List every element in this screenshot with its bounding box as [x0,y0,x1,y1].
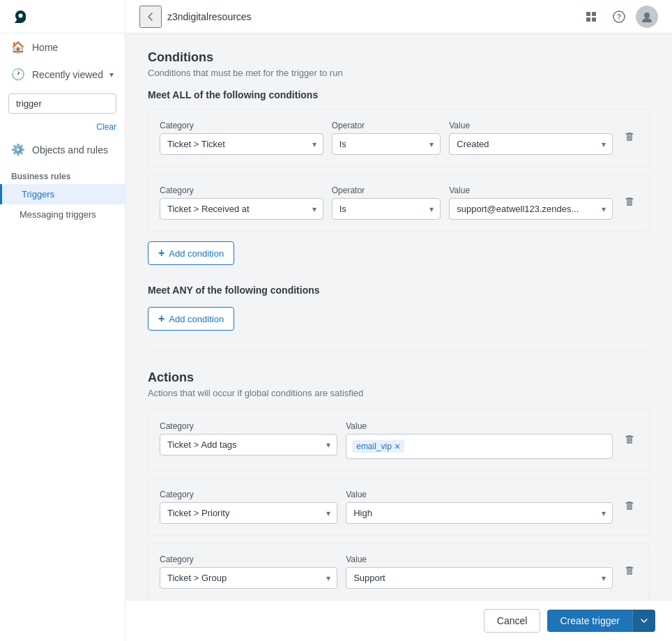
action-2-value-wrapper: High Low Normal Urgent [346,502,613,524]
main-content: Conditions Conditions that must be met f… [125,33,672,600]
condition-2-category-select[interactable]: Ticket > Received at [160,198,323,220]
meet-any-section: Meet ANY of the following conditions + A… [148,285,650,331]
conditions-desc: Conditions that must be met for the trig… [148,68,650,78]
condition-2-operator-select[interactable]: Is [332,198,441,220]
condition-1-operator-wrapper: Is [332,133,441,155]
create-trigger-button[interactable]: Create trigger [547,610,632,632]
condition-1-value-select[interactable]: Created [449,133,613,155]
home-icon: 🏠 [11,40,25,54]
action-2-value-select[interactable]: High Low Normal Urgent [346,502,613,524]
sidebar-item-messaging-triggers[interactable]: Messaging triggers [0,204,125,225]
action-row-3: Category Ticket > Group Value Support [148,543,650,600]
add-any-condition-button[interactable]: + Add condition [148,307,234,331]
condition-2-operator-label: Operator [332,186,441,195]
sidebar-item-objects-and-rules[interactable]: ⚙️ Objects and rules [0,136,125,163]
condition-1-operator-select[interactable]: Is [332,133,441,155]
header-icons: ? [580,6,658,28]
tag-email-vip-text: email_vip [356,442,392,451]
sidebar: 🏠 Home 🕐 Recently viewed ▾ Clear ⚙️ Obje… [0,0,125,641]
condition-1-delete-button[interactable] [621,128,638,147]
action-3-category-label: Category [160,555,337,564]
action-3-category-wrapper: Ticket > Group [160,567,337,589]
action-1-category-wrapper: Ticket > Add tags [160,434,337,455]
grid-button[interactable] [580,6,602,28]
condition-2-value-group: Value support@eatwell123.zendes... [449,186,613,220]
create-trigger-dropdown-button[interactable] [632,610,655,632]
condition-2-category-wrapper: Ticket > Received at [160,198,323,220]
add-all-condition-button[interactable]: + Add condition [148,241,234,265]
user-avatar-icon [641,10,653,23]
content-wrapper: z3ndigitalresources ? Conditions Conditi… [125,0,672,641]
sidebar-item-home[interactable]: 🏠 Home [0,33,125,61]
zendesk-logo-icon [11,7,31,27]
action-3-category-group: Category Ticket > Group [160,555,337,589]
condition-2-category-group: Category Ticket > Received at [160,186,323,220]
action-2-value-label: Value [346,490,613,499]
action-3-value-select[interactable]: Support [346,567,613,589]
cancel-button[interactable]: Cancel [484,609,541,633]
condition-1-value-label: Value [449,121,613,130]
condition-2-delete-button[interactable] [621,193,638,212]
trash-icon-5 [624,565,635,576]
objects-and-rules-label: Objects and rules [32,144,108,156]
action-2-category-wrapper: Ticket > Priority [160,502,337,524]
recently-viewed-label: Recently viewed [32,69,103,80]
clear-container: Clear [0,119,125,136]
actions-desc: Actions that will occur if global condit… [148,388,650,398]
chevron-down-icon [640,617,648,625]
section-divider [148,350,650,351]
trash-icon-2 [624,196,635,207]
svg-text:?: ? [617,13,621,21]
conditions-title: Conditions [148,50,650,65]
action-1-category-select[interactable]: Ticket > Add tags [160,434,337,455]
sidebar-item-triggers[interactable]: Triggers [0,184,125,204]
condition-2-operator-wrapper: Is [332,198,441,220]
add-any-condition-label: Add condition [169,314,224,324]
condition-2-category-label: Category [160,186,323,195]
condition-2-value-wrapper: support@eatwell123.zendes... [449,198,613,220]
meet-all-title: Meet ALL of the following conditions [148,89,650,100]
tag-email-vip-remove[interactable]: × [395,442,400,451]
clock-icon: 🕐 [11,68,25,81]
action-1-value-label: Value [346,421,613,431]
clear-link[interactable]: Clear [96,122,116,132]
action-3-value-wrapper: Support [346,567,613,589]
action-1-category-label: Category [160,421,337,431]
action-2-delete-button[interactable] [621,497,638,516]
action-3-value-group: Value Support [346,555,613,589]
action-3-delete-button[interactable] [621,562,638,581]
add-all-condition-label: Add condition [169,248,224,259]
action-3-category-select[interactable]: Ticket > Group [160,567,337,589]
action-1-tag-input[interactable]: email_vip × [346,434,613,459]
condition-row-2: Category Ticket > Received at Operator I… [148,174,650,232]
action-1-delete-button[interactable] [621,431,638,450]
search-container [0,88,125,119]
objects-icon: ⚙️ [11,143,25,156]
triggers-label: Triggers [22,189,54,199]
condition-row-1: Category Ticket > Ticket Operator Is [148,109,650,167]
svg-rect-1 [586,12,590,16]
home-label: Home [32,42,58,53]
condition-2-value-select[interactable]: support@eatwell123.zendes... [449,198,613,220]
sidebar-item-recently-viewed[interactable]: 🕐 Recently viewed ▾ [0,61,125,88]
action-3-value-label: Value [346,555,613,564]
business-rules-label: Business rules [0,163,125,184]
trash-icon-3 [624,434,635,445]
svg-rect-2 [592,12,596,16]
condition-1-category-select[interactable]: Ticket > Ticket [160,133,323,155]
search-input[interactable] [8,93,116,114]
avatar[interactable] [636,6,658,28]
plus-icon: + [158,247,165,259]
nav-toggle-button[interactable] [139,6,162,28]
logo[interactable] [0,0,125,33]
scrollable-content: Conditions Conditions that must be met f… [125,33,672,600]
trash-icon [624,131,635,142]
condition-1-category-group: Category Ticket > Ticket [160,121,323,155]
help-button[interactable]: ? [608,6,630,28]
condition-1-value-wrapper: Created [449,133,613,155]
action-2-category-select[interactable]: Ticket > Priority [160,502,337,524]
condition-1-category-wrapper: Ticket > Ticket [160,133,323,155]
action-2-category-group: Category Ticket > Priority [160,490,337,524]
action-row-1: Category Ticket > Add tags Value email_v… [148,409,650,471]
condition-1-operator-group: Operator Is [332,121,441,155]
